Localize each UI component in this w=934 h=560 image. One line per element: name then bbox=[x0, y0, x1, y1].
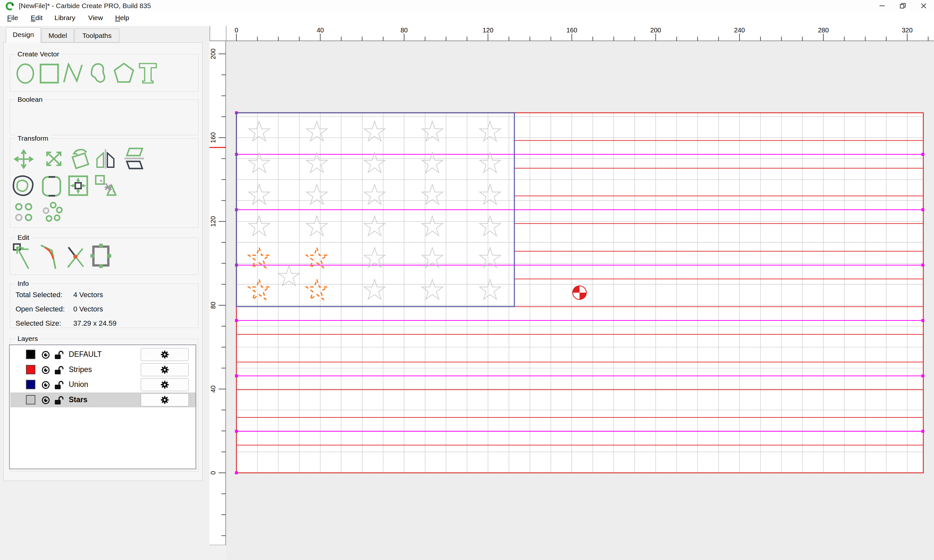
layer-settings-button[interactable] bbox=[141, 363, 189, 376]
gear-icon bbox=[160, 395, 169, 405]
minimize-button[interactable] bbox=[872, 0, 892, 12]
svg-text:120: 120 bbox=[210, 216, 217, 227]
maximize-button[interactable] bbox=[892, 0, 913, 12]
svg-text:200: 200 bbox=[210, 49, 217, 59]
rotate-tool-icon[interactable] bbox=[70, 148, 91, 170]
layers-title: Layers bbox=[15, 335, 40, 343]
svg-text:240: 240 bbox=[734, 26, 745, 34]
menu-file[interactable]: File bbox=[7, 14, 18, 22]
flip-vertical-tool-icon[interactable] bbox=[124, 147, 144, 170]
boolean-title: Boolean bbox=[15, 95, 45, 103]
design-canvas[interactable] bbox=[226, 41, 934, 560]
grid-pattern-tool-icon[interactable] bbox=[15, 203, 34, 222]
svg-text:40: 40 bbox=[210, 385, 217, 392]
layer-settings-button[interactable] bbox=[141, 348, 189, 361]
close-icon bbox=[921, 3, 926, 9]
vertical-ruler[interactable]: 20016012080400 bbox=[210, 41, 226, 545]
minimize-icon bbox=[879, 3, 885, 9]
layer-settings-button[interactable] bbox=[141, 378, 189, 391]
close-button[interactable] bbox=[913, 0, 934, 12]
restore-icon bbox=[900, 3, 906, 9]
tab-strip: Design Model Toolpaths bbox=[0, 26, 210, 43]
layer-color-swatch[interactable] bbox=[26, 395, 35, 405]
horizontal-ruler[interactable]: 04080120160200240280320 bbox=[210, 26, 934, 41]
resize-handles-tool-icon[interactable] bbox=[89, 243, 113, 269]
edit-title: Edit bbox=[15, 234, 31, 242]
layer-row-union[interactable]: Union bbox=[10, 377, 196, 392]
move-tool-icon[interactable] bbox=[13, 148, 35, 170]
layer-name[interactable]: Stripes bbox=[69, 365, 92, 374]
rectangle-tool-icon[interactable] bbox=[40, 63, 59, 84]
info-open-selected: Open Selected: 0 Vectors bbox=[15, 305, 65, 313]
tab-model[interactable]: Model bbox=[42, 29, 74, 43]
curve-tool-icon[interactable] bbox=[89, 63, 109, 84]
fillet-tool-icon[interactable] bbox=[40, 243, 61, 270]
text-tool-icon[interactable] bbox=[137, 62, 158, 84]
unlock-icon[interactable] bbox=[54, 350, 64, 359]
polyline-tool-icon[interactable] bbox=[62, 63, 84, 84]
round-corners-tool-icon[interactable] bbox=[42, 175, 62, 197]
app-logo-icon bbox=[5, 1, 14, 11]
scale-tool-icon[interactable] bbox=[44, 148, 64, 169]
visibility-eye-icon[interactable] bbox=[41, 396, 51, 405]
trim-vectors-tool-icon[interactable] bbox=[65, 243, 86, 269]
svg-text:280: 280 bbox=[818, 26, 829, 34]
unlock-icon[interactable] bbox=[54, 396, 64, 405]
menu-help[interactable]: Help bbox=[115, 14, 129, 22]
trim-tool-icon[interactable] bbox=[95, 175, 116, 197]
layer-name[interactable]: Union bbox=[69, 380, 88, 389]
offset-tool-icon[interactable] bbox=[12, 175, 36, 197]
unlock-icon[interactable] bbox=[54, 366, 64, 375]
visibility-eye-icon[interactable] bbox=[41, 381, 51, 389]
svg-text:160: 160 bbox=[567, 26, 577, 34]
layer-row-default[interactable]: DEFAULT bbox=[10, 347, 196, 362]
layer-color-swatch[interactable] bbox=[26, 350, 35, 359]
info-total-selected: Total Selected: 4 Vectors bbox=[15, 291, 62, 299]
visibility-eye-icon[interactable] bbox=[41, 366, 51, 374]
transform-title: Transform bbox=[15, 134, 51, 142]
edit-nodes-tool-icon[interactable] bbox=[12, 242, 35, 271]
svg-text:0: 0 bbox=[234, 26, 238, 34]
tab-design[interactable]: Design bbox=[6, 27, 41, 43]
layer-color-swatch[interactable] bbox=[26, 380, 35, 389]
title-bar[interactable]: [NewFile]* - Carbide Create PRO, Build 8… bbox=[0, 0, 934, 12]
unlock-icon[interactable] bbox=[54, 380, 64, 389]
svg-text:0: 0 bbox=[210, 471, 217, 474]
layer-row-stars[interactable]: Stars bbox=[10, 392, 196, 408]
menu-view[interactable]: View bbox=[88, 14, 103, 22]
menu-bar: File Edit Library View Help bbox=[0, 12, 934, 26]
svg-text:320: 320 bbox=[902, 26, 912, 34]
info-title: Info bbox=[15, 280, 31, 288]
svg-text:200: 200 bbox=[650, 26, 661, 34]
shrink-to-fit-tool-icon[interactable] bbox=[68, 175, 89, 196]
menu-library[interactable]: Library bbox=[54, 14, 75, 22]
svg-text:80: 80 bbox=[401, 26, 408, 34]
layer-settings-button[interactable] bbox=[141, 394, 189, 406]
svg-text:40: 40 bbox=[316, 26, 324, 34]
layer-name[interactable]: DEFAULT bbox=[69, 350, 102, 359]
layer-row-stripes[interactable]: Stripes bbox=[10, 362, 196, 377]
boolean-group: Boolean bbox=[10, 100, 199, 135]
mirror-horizontal-tool-icon[interactable] bbox=[95, 148, 116, 169]
gear-icon bbox=[160, 350, 169, 359]
gear-icon bbox=[160, 380, 169, 389]
circular-pattern-tool-icon[interactable] bbox=[42, 202, 63, 223]
svg-text:120: 120 bbox=[482, 26, 493, 34]
layer-list[interactable]: DEFAULTStripesUnionStars bbox=[9, 345, 196, 469]
polygon-tool-icon[interactable] bbox=[113, 62, 134, 84]
layer-name[interactable]: Stars bbox=[69, 395, 88, 404]
tab-toolpaths[interactable]: Toolpaths bbox=[75, 29, 119, 43]
gear-icon bbox=[160, 365, 169, 374]
window-title: [NewFile]* - Carbide Create PRO, Build 8… bbox=[19, 2, 151, 10]
svg-text:160: 160 bbox=[210, 132, 217, 143]
menu-edit[interactable]: Edit bbox=[31, 14, 43, 22]
create-vector-title: Create Vector bbox=[15, 50, 61, 58]
info-selected-size: Selected Size: 37.29 x 24.59 bbox=[15, 319, 61, 328]
svg-text:80: 80 bbox=[210, 302, 217, 309]
layer-color-swatch[interactable] bbox=[26, 365, 35, 374]
visibility-eye-icon[interactable] bbox=[41, 351, 51, 359]
circle-tool-icon[interactable] bbox=[15, 63, 35, 84]
